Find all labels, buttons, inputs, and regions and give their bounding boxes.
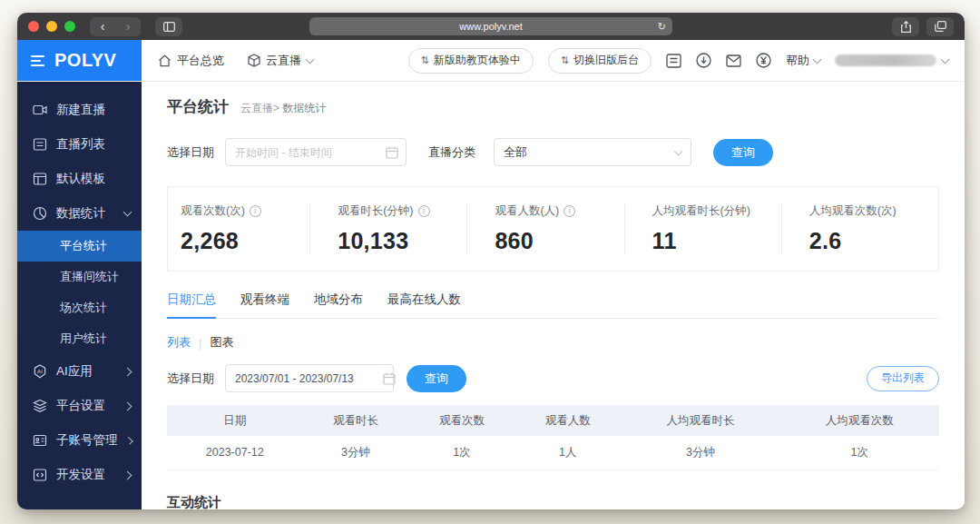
id-card-icon <box>33 433 47 448</box>
sidebar: 新建直播 直播列表 默认模板 数据统计 平台统计 <box>17 82 142 509</box>
sidebar-item-default-template[interactable]: 默认模板 <box>17 162 142 196</box>
breadcrumb-separator: > <box>273 102 279 114</box>
browser-titlebar: ‹ › www.polyv.net ↻ <box>17 13 965 40</box>
date-filter2-label: 选择日期 <box>167 371 214 387</box>
th-date: 日期 <box>167 405 303 436</box>
tab-view-terminal[interactable]: 观看终端 <box>240 292 289 318</box>
sidebar-subitem-platform-statistics[interactable]: 平台统计 <box>17 231 142 262</box>
code-icon <box>33 468 47 482</box>
date-range-input[interactable] <box>226 139 386 165</box>
app-header: POLYV 平台总览 云直播 ⇅ 新版助教页体验中 <box>17 40 965 82</box>
minimize-window-button[interactable] <box>46 21 57 32</box>
template-icon <box>33 172 47 186</box>
nav-platform-overview[interactable]: 平台总览 <box>158 53 224 69</box>
export-list-button[interactable]: 导出列表 <box>867 366 939 391</box>
cube-icon <box>248 54 260 67</box>
chevron-down-icon <box>674 146 683 155</box>
sidebar-sublabel: 用户统计 <box>60 331 107 347</box>
download-icon[interactable] <box>696 53 711 68</box>
info-icon[interactable]: i <box>418 205 430 217</box>
tab-date-summary[interactable]: 日期汇总 <box>167 292 216 318</box>
close-window-button[interactable] <box>28 21 39 32</box>
stat-label: 观看时长(分钟) <box>338 203 413 219</box>
sidebar-subitem-room-statistics[interactable]: 直播间统计 <box>17 262 142 292</box>
info-icon[interactable]: i <box>564 205 575 217</box>
interaction-statistics-title: 互动统计 <box>167 494 939 510</box>
stat-label: 人均观看时长(分钟) <box>652 203 750 219</box>
pie-chart-icon <box>33 206 47 221</box>
table-filter-row: 选择日期 查询 导出列表 <box>167 364 939 392</box>
query2-button[interactable]: 查询 <box>407 365 466 392</box>
nav-cloud-live[interactable]: 云直播 <box>248 53 313 69</box>
chevron-right-icon <box>123 470 132 480</box>
account-menu[interactable] <box>835 54 948 66</box>
home-icon <box>158 54 172 67</box>
sidebar-item-subaccount-management[interactable]: 子账号管理 <box>17 423 142 458</box>
zoom-window-button[interactable] <box>64 21 75 32</box>
sidebar-item-developer-settings[interactable]: 开发设置 <box>17 458 142 492</box>
sidebar-subitem-user-statistics[interactable]: 用户统计 <box>17 323 142 354</box>
reload-icon[interactable]: ↻ <box>658 21 666 33</box>
toggle-list-view[interactable]: 列表 <box>167 334 191 351</box>
sidebar-subitem-session-statistics[interactable]: 场次统计 <box>17 292 142 323</box>
sidebar-label: 开发设置 <box>56 467 105 483</box>
polyv-logo: POLYV <box>54 50 116 71</box>
calendar-icon <box>383 372 396 385</box>
stat-avg-views: 人均观看次数(次) 2.6 <box>781 203 938 254</box>
forward-button[interactable]: › <box>115 17 141 36</box>
tab-region-distribution[interactable]: 地域分布 <box>314 292 363 318</box>
sidebar-label: 新建直播 <box>56 102 105 118</box>
statistics-tabs: 日期汇总 观看终端 地域分布 最高在线人数 <box>167 292 939 319</box>
sidebar-sublabel: 平台统计 <box>60 238 107 254</box>
logo-block: POLYV <box>17 40 142 81</box>
stat-avg-duration: 人均观看时长(分钟) 11 <box>624 203 781 254</box>
chevron-right-icon <box>123 367 132 376</box>
switch-old-console-button[interactable]: ⇅ 切换旧版后台 <box>548 48 652 74</box>
toggle-chart-view[interactable]: 图表 <box>210 334 233 351</box>
stat-value: 2,268 <box>181 228 309 254</box>
table-row: 2023-07-12 3分钟 1次 1人 3分钟 1次 <box>167 436 939 470</box>
date-range2-input[interactable] <box>226 365 383 391</box>
breadcrumb: 云直播> 数据统计 <box>240 101 326 116</box>
ai-hexagon-icon: AI <box>33 364 47 379</box>
sidebar-item-data-statistics[interactable]: 数据统计 <box>17 196 142 231</box>
pill-label: 新版助教页体验中 <box>434 53 521 68</box>
help-menu[interactable]: 帮助 <box>786 53 820 69</box>
help-label: 帮助 <box>786 53 809 69</box>
table-header-row: 日期 观看时长 观看次数 观看人数 人均观看时长 人均观看次数 <box>167 405 939 436</box>
mail-icon[interactable] <box>726 54 741 67</box>
share-button[interactable] <box>892 17 919 36</box>
breadcrumb-current: 数据统计 <box>282 102 326 114</box>
new-assistant-page-button[interactable]: ⇅ 新版助教页体验中 <box>408 48 534 74</box>
tab-overview-button[interactable] <box>926 17 954 36</box>
query-button[interactable]: 查询 <box>713 139 773 166</box>
address-bar[interactable]: www.polyv.net ↻ <box>309 17 672 35</box>
chevron-down-icon <box>123 207 132 216</box>
swap-arrows-icon: ⇅ <box>421 54 429 66</box>
breadcrumb-parent[interactable]: 云直播 <box>240 102 273 114</box>
th-view-duration: 观看时长 <box>303 405 409 436</box>
stat-label: 观看人数(人) <box>495 203 559 219</box>
info-icon[interactable]: i <box>250 205 261 217</box>
tab-peak-online[interactable]: 最高在线人数 <box>387 292 461 318</box>
sidebar-item-ai-apps[interactable]: AI AI应用 <box>17 354 142 389</box>
sidebar-label: 子账号管理 <box>56 432 118 449</box>
svg-text:AI: AI <box>37 368 43 374</box>
nav-label: 云直播 <box>266 53 301 69</box>
billing-icon[interactable] <box>756 53 771 68</box>
page-title: 平台统计 <box>167 96 229 117</box>
back-button[interactable]: ‹ <box>90 17 115 36</box>
sidebar-item-platform-settings[interactable]: 平台设置 <box>17 389 142 423</box>
category-select[interactable]: 全部 <box>494 138 691 166</box>
account-name-masked <box>835 54 936 66</box>
sidebar-item-live-list[interactable]: 直播列表 <box>17 127 142 162</box>
notice-icon[interactable] <box>666 54 681 68</box>
sidebar-label: 默认模板 <box>56 171 105 187</box>
top-nav: 平台总览 云直播 ⇅ 新版助教页体验中 ⇅ 切换旧版后台 <box>142 40 965 81</box>
sidebar-item-new-live[interactable]: 新建直播 <box>17 93 142 127</box>
pill-label: 切换旧版后台 <box>573 53 639 68</box>
th-viewer-count: 观看人数 <box>514 405 621 436</box>
menu-collapse-icon[interactable] <box>31 55 44 66</box>
sidebar-toggle-button[interactable] <box>155 17 182 36</box>
stat-value: 2.6 <box>809 228 938 254</box>
